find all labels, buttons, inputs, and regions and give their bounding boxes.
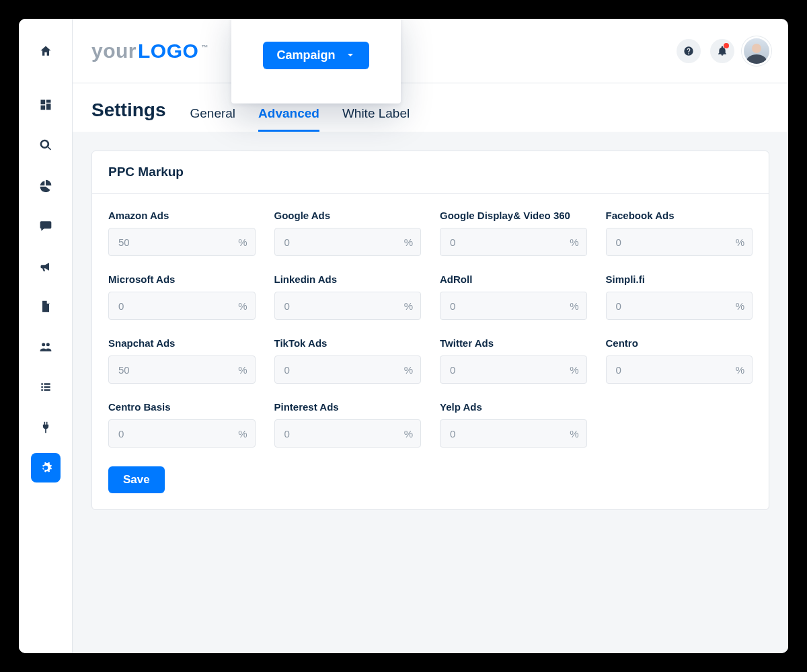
question-icon (683, 46, 694, 56)
percent-input[interactable] (274, 355, 422, 384)
ppc-field: Amazon Ads% (108, 210, 256, 256)
ppc-field: Snapchat Ads% (108, 337, 256, 384)
chevron-down-icon (345, 50, 356, 60)
list-icon (39, 380, 52, 394)
sidebar-item-users[interactable] (31, 332, 61, 362)
percent-input[interactable] (440, 292, 587, 320)
percent-input[interactable] (274, 419, 422, 448)
field-label: Facebook Ads (606, 210, 753, 221)
logo-trademark: ™ (201, 44, 208, 51)
ppc-field: Simpli.fi% (606, 274, 753, 320)
tab-general[interactable]: General (190, 106, 235, 132)
users-icon (39, 340, 52, 353)
percent-input[interactable] (274, 292, 422, 320)
logo-part1: your (91, 40, 137, 62)
ppc-field: Yelp Ads% (440, 401, 587, 448)
content-area: PPC Markup Amazon Ads%Google Ads%Google … (73, 132, 788, 653)
sidebar-nav (31, 83, 61, 482)
ppc-field: Microsoft Ads% (108, 274, 256, 320)
ppc-field: Centro Basis% (108, 401, 256, 448)
ppc-field: Google Ads% (274, 210, 422, 256)
sidebar (19, 19, 73, 653)
sidebar-item-lists[interactable] (31, 372, 61, 402)
main-area: your LOGO ™ Campaign (73, 19, 788, 653)
percent-input[interactable] (606, 228, 753, 256)
save-button[interactable]: Save (108, 466, 165, 493)
sidebar-item-files[interactable] (31, 292, 61, 321)
sidebar-item-dashboard[interactable] (31, 90, 61, 120)
ppc-field: Google Display& Video 360% (440, 210, 587, 256)
help-button[interactable] (677, 39, 701, 63)
dashboard-icon (39, 98, 52, 112)
plug-icon (39, 421, 52, 434)
field-label: Simpli.fi (606, 274, 753, 285)
sidebar-item-home[interactable] (31, 36, 61, 66)
ppc-field: Twitter Ads% (440, 337, 587, 384)
percent-input[interactable] (440, 355, 587, 384)
page-title: Settings (91, 99, 165, 132)
sidebar-item-integrations[interactable] (31, 413, 61, 442)
ppc-field: Centro% (606, 337, 753, 384)
ppc-fields-grid: Amazon Ads%Google Ads%Google Display& Vi… (108, 210, 753, 448)
percent-input[interactable] (606, 355, 753, 384)
sidebar-item-settings[interactable] (31, 453, 61, 482)
file-icon (39, 300, 52, 313)
campaign-dropdown[interactable]: Campaign (263, 42, 369, 69)
chat-icon (39, 219, 52, 233)
sidebar-item-analytics[interactable] (31, 171, 61, 200)
piechart-icon (39, 179, 52, 192)
sidebar-item-search[interactable] (31, 130, 61, 160)
percent-input[interactable] (108, 228, 256, 256)
field-label: AdRoll (440, 274, 587, 285)
sidebar-item-campaigns[interactable] (31, 251, 61, 281)
field-label: Pinterest Ads (274, 401, 422, 413)
field-label: TikTok Ads (274, 337, 422, 349)
field-label: Twitter Ads (440, 337, 587, 349)
topbar: your LOGO ™ Campaign (73, 19, 788, 83)
gear-icon (39, 461, 52, 474)
ppc-field: TikTok Ads% (274, 337, 422, 384)
field-label: Amazon Ads (108, 210, 256, 221)
ppc-field: Pinterest Ads% (274, 401, 422, 448)
avatar[interactable] (744, 38, 769, 64)
field-label: Snapchat Ads (108, 337, 256, 349)
field-label: Centro Basis (108, 401, 256, 413)
percent-input[interactable] (440, 419, 587, 448)
page-subheader: Settings General Advanced White Label (73, 83, 788, 132)
ppc-field: AdRoll% (440, 274, 587, 320)
percent-input[interactable] (108, 355, 256, 384)
logo-part2: LOGO (138, 40, 198, 62)
campaign-dropdown-label: Campaign (276, 48, 335, 62)
home-icon (39, 44, 52, 58)
field-label: Microsoft Ads (108, 274, 256, 285)
ppc-markup-card: PPC Markup Amazon Ads%Google Ads%Google … (91, 151, 769, 510)
ppc-field: Linkedin Ads% (274, 274, 422, 320)
logo: your LOGO ™ (91, 40, 208, 62)
percent-input[interactable] (274, 228, 422, 256)
megaphone-icon (39, 259, 52, 273)
tab-advanced[interactable]: Advanced (258, 106, 319, 132)
field-label: Google Ads (274, 210, 422, 221)
ppc-field: Facebook Ads% (606, 210, 753, 256)
percent-input[interactable] (606, 292, 753, 320)
field-label: Yelp Ads (440, 401, 587, 413)
tab-white-label[interactable]: White Label (342, 106, 410, 132)
field-label: Linkedin Ads (274, 274, 422, 285)
percent-input[interactable] (440, 228, 587, 256)
percent-input[interactable] (108, 419, 256, 448)
percent-input[interactable] (108, 292, 256, 320)
sidebar-item-chat[interactable] (31, 211, 61, 241)
campaign-dropdown-card: Campaign (231, 19, 401, 103)
notification-dot (724, 43, 729, 48)
field-label: Google Display& Video 360 (440, 210, 587, 221)
field-label: Centro (606, 337, 753, 349)
search-icon (39, 138, 52, 152)
card-title: PPC Markup (92, 151, 769, 194)
notifications-button[interactable] (710, 39, 734, 63)
